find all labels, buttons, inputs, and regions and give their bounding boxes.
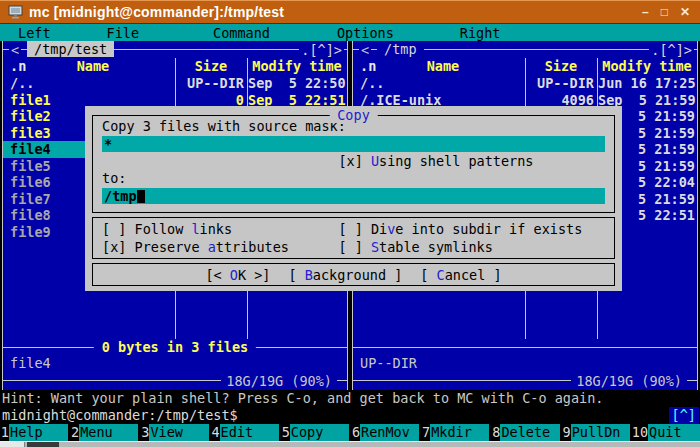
panel-updir-icon[interactable]: .[^]>	[299, 42, 344, 58]
to-label: to:	[102, 170, 605, 187]
scroll-up-indicator[interactable]: [^]	[669, 407, 699, 424]
preserve-attributes-checkbox[interactable]: [x] Preserve attributes	[102, 238, 338, 256]
fkey-help[interactable]: 1Help	[0, 424, 68, 441]
menubar: Left File Command Options Right	[0, 24, 700, 41]
menu-command[interactable]: Command	[211, 25, 272, 41]
command-line[interactable]: midnight@commander:/tmp/test$[^]	[0, 407, 700, 424]
fkey-mkdir[interactable]: 7Mkdir	[421, 424, 489, 441]
mc-window: mc [midnight@commander]:/tmp/test – □ ✕ …	[0, 0, 700, 447]
titlebar: mc [midnight@commander]:/tmp/test – □ ✕	[0, 0, 700, 24]
maximize-button[interactable]: □	[661, 5, 668, 19]
right-mini-status: UP--DIR	[353, 355, 697, 371]
panel-arrow-icon: <	[9, 42, 21, 58]
fkey-pulldn[interactable]: 9PullDn	[562, 424, 630, 441]
close-button[interactable]: ✕	[680, 5, 690, 19]
source-mask-input[interactable]: *	[102, 136, 605, 152]
function-key-bar: 1Help 2Menu 3View 4Edit 5Copy 6RenMov 7M…	[0, 424, 700, 441]
column-size[interactable]: Size	[525, 58, 597, 74]
copy-dialog: Copy Copy 3 files with source mask: * [x…	[85, 106, 622, 291]
disk-usage: 18G/19G (90%)	[221, 373, 337, 389]
fkey-edit[interactable]: 4Edit	[211, 424, 279, 441]
stable-symlinks-checkbox[interactable]: [ ] Stable symlinks	[338, 238, 605, 256]
column-name[interactable]: Name	[363, 58, 523, 74]
cancel-button[interactable]: [ Cancel ]	[420, 267, 501, 283]
dive-into-subdir-checkbox[interactable]: [ ] Dive into subdir if exists	[338, 220, 605, 238]
ok-button[interactable]: [< OK >]	[205, 267, 270, 283]
column-mtime[interactable]: Modify time	[247, 58, 347, 74]
text-cursor	[137, 190, 145, 203]
copy-options-frame: [ ] Follow links [ ] Dive into subdir if…	[92, 217, 615, 259]
fkey-quit[interactable]: 10Quit	[632, 424, 700, 441]
fkey-copy[interactable]: 5Copy	[281, 424, 349, 441]
column-name[interactable]: Name	[13, 58, 173, 74]
panel-separator	[353, 339, 697, 355]
file-row[interactable]: /.. UP--DIR Sep 5 22:50	[3, 75, 347, 92]
column-size[interactable]: Size	[175, 58, 247, 74]
panel-area: < /tmp/test .[^]> .n Name Size Modify ti…	[0, 41, 700, 390]
left-panel-titlebar: < /tmp/test .[^]>	[3, 41, 347, 58]
fkey-menu[interactable]: 2Menu	[70, 424, 138, 441]
disk-usage: 18G/19G (90%)	[571, 373, 687, 389]
fkey-delete[interactable]: 8Delete	[491, 424, 559, 441]
right-panel-path[interactable]: /tmp	[377, 41, 424, 57]
destination-input[interactable]: /tmp	[102, 188, 605, 204]
window-title: mc [midnight@commander]:/tmp/test	[29, 4, 284, 20]
background-button[interactable]: [ Background ]	[288, 267, 402, 283]
menu-right[interactable]: Right	[458, 25, 503, 41]
panel-updir-icon[interactable]: .[^]>	[649, 42, 694, 58]
fkey-view[interactable]: 3View	[140, 424, 208, 441]
hint-line: Hint: Want your plain shell? Press C-o, …	[0, 390, 700, 407]
panel-arrow-icon: <	[359, 42, 371, 58]
tagged-summary-separator: 0 bytes in 3 files	[3, 339, 347, 355]
terminal-screen: Left File Command Options Right < /tmp/t…	[0, 24, 700, 447]
terminal-app-icon	[8, 5, 23, 19]
left-panel-path[interactable]: /tmp/test	[27, 41, 114, 57]
right-panel-bottom: 18G/19G (90%)	[353, 371, 697, 390]
shell-patterns-checkbox[interactable]: [x] Using shell patterns	[102, 153, 605, 170]
scrollbar-thumb[interactable]	[27, 442, 59, 447]
left-mini-status: file4	[3, 355, 347, 371]
fkey-renmov[interactable]: 6RenMov	[351, 424, 419, 441]
dialog-title: Copy	[329, 107, 378, 123]
follow-links-checkbox[interactable]: [ ] Follow links	[102, 220, 338, 238]
copy-dialog-main-frame: Copy Copy 3 files with source mask: * [x…	[92, 115, 615, 213]
scrollbar[interactable]	[0, 441, 700, 447]
dialog-buttons-frame: [< OK >] [ Background ] [ Cancel ]	[92, 263, 615, 286]
menu-options[interactable]: Options	[335, 25, 396, 41]
right-panel-titlebar: < /tmp .[^]>	[353, 41, 697, 58]
file-row[interactable]: /.. UP--DIR Jun 16 17:25	[353, 75, 697, 92]
menu-left[interactable]: Left	[16, 25, 53, 41]
tagged-summary: 0 bytes in 3 files	[94, 339, 256, 355]
column-mtime[interactable]: Modify time	[597, 58, 697, 74]
minimize-button[interactable]: –	[642, 5, 649, 19]
left-panel-bottom: 18G/19G (90%)	[3, 371, 347, 390]
menu-file[interactable]: File	[105, 25, 142, 41]
shell-prompt: midnight@commander:/tmp/test$	[2, 407, 238, 423]
scrollbar-cap	[0, 442, 25, 447]
